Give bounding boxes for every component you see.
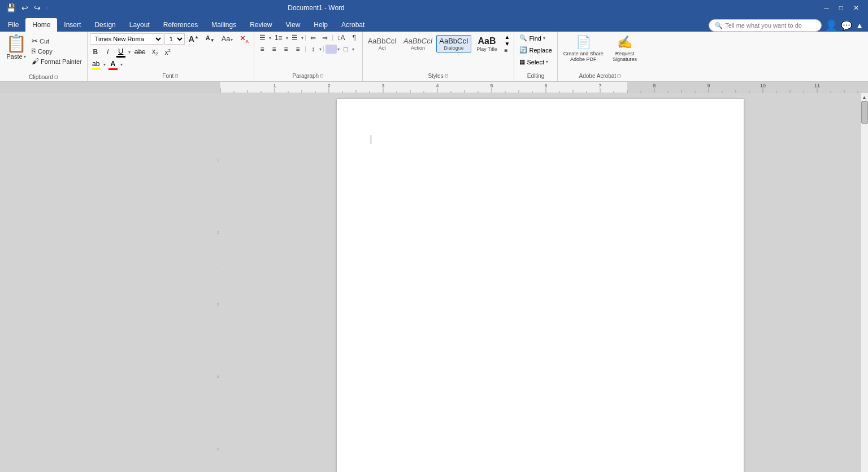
decrease-indent-button[interactable]: ⇐ bbox=[307, 33, 319, 43]
undo-button[interactable]: ↩ bbox=[20, 2, 30, 14]
select-dropdown[interactable]: ▾ bbox=[546, 59, 548, 64]
style-dialogue[interactable]: AaBbCcI Dialogue bbox=[436, 35, 471, 53]
shrink-font-button[interactable]: A▼ bbox=[203, 33, 218, 44]
style-act[interactable]: AaBbCcI Act bbox=[365, 35, 400, 53]
text-highlight-button[interactable]: ab bbox=[90, 59, 102, 71]
select-button[interactable]: ▦ Select ▾ bbox=[517, 56, 551, 67]
numbering-dropdown[interactable]: ▾ bbox=[286, 36, 288, 41]
styles-scroll[interactable]: ▲ ▼ ≡ bbox=[503, 33, 512, 55]
document-content[interactable] bbox=[371, 133, 710, 146]
comments-icon[interactable]: 💬 bbox=[841, 20, 852, 31]
align-left-button[interactable]: ≡ bbox=[257, 44, 268, 54]
bullets-button[interactable]: ☰ bbox=[257, 33, 268, 43]
increase-indent-button[interactable]: ⇒ bbox=[319, 33, 331, 43]
styles-scroll-up[interactable]: ▲ bbox=[505, 34, 510, 40]
ribbon-main-row: 📋 Paste ▾ ✂ Cut ⎘ Copy bbox=[0, 32, 868, 81]
font-size-select[interactable]: 12 bbox=[164, 33, 185, 45]
tab-file[interactable]: File bbox=[1, 18, 25, 32]
border-button[interactable]: □ bbox=[340, 44, 351, 54]
document-area[interactable] bbox=[220, 93, 860, 472]
highlight-dropdown[interactable]: ▾ bbox=[103, 62, 106, 67]
underline-button[interactable]: U bbox=[115, 46, 127, 58]
superscript-button[interactable]: x2 bbox=[162, 47, 173, 58]
create-share-pdf-button[interactable]: 📄 Create and ShareAdobe PDF bbox=[560, 33, 607, 64]
font-color-dropdown[interactable]: ▾ bbox=[120, 62, 123, 67]
ribbon-right-controls: 🔍 Tell me what you want to do 👤 💬 ▲ bbox=[709, 19, 868, 32]
tab-mailings[interactable]: Mailings bbox=[205, 18, 243, 32]
document-page[interactable] bbox=[337, 99, 744, 472]
share-icon[interactable]: 👤 bbox=[825, 19, 837, 32]
change-case-button[interactable]: Aa▾ bbox=[219, 33, 236, 44]
styles-expand-icon[interactable]: ⊡ bbox=[445, 73, 449, 78]
style-act-text: AaBbCcI bbox=[368, 37, 397, 45]
line-spacing-button[interactable]: ↕ bbox=[307, 44, 319, 54]
bullets-dropdown[interactable]: ▾ bbox=[269, 36, 271, 41]
quick-access-dropdown[interactable]: ▾ bbox=[45, 5, 50, 12]
acrobat-buttons: 📄 Create and ShareAdobe PDF ✍ RequestSig… bbox=[560, 33, 640, 64]
numbering-button[interactable]: 1≡ bbox=[272, 33, 285, 43]
clipboard-expand-icon[interactable]: ⊡ bbox=[54, 75, 58, 80]
save-button[interactable]: 💾 bbox=[5, 2, 18, 14]
scrollbar-thumb[interactable] bbox=[861, 101, 868, 124]
font-color-button[interactable]: A bbox=[107, 59, 119, 71]
format-painter-button[interactable]: 🖌 Format Painter bbox=[30, 56, 84, 66]
style-play-title[interactable]: AaB Play Title bbox=[472, 34, 502, 54]
tab-references[interactable]: References bbox=[157, 18, 205, 32]
paste-dropdown-arrow[interactable]: ▾ bbox=[24, 54, 26, 59]
line-spacing-dropdown[interactable]: ▾ bbox=[319, 47, 322, 52]
grow-font-button[interactable]: A▲ bbox=[186, 33, 202, 45]
align-center-button[interactable]: ≡ bbox=[268, 44, 280, 54]
font-expand-icon[interactable]: ⊡ bbox=[175, 73, 179, 78]
show-hide-button[interactable]: ¶ bbox=[349, 33, 360, 43]
acrobat-expand-icon[interactable]: ⊡ bbox=[617, 73, 621, 78]
redo-button[interactable]: ↪ bbox=[32, 2, 42, 14]
paste-button[interactable]: 📋 Paste ▾ bbox=[3, 34, 29, 61]
quick-access-toolbar[interactable]: 💾 ↩ ↪ ▾ bbox=[5, 2, 50, 14]
scroll-up-button[interactable]: ▲ bbox=[861, 93, 869, 101]
ribbon-collapse-icon[interactable]: ▲ bbox=[856, 21, 863, 30]
tab-home[interactable]: Home bbox=[25, 18, 57, 32]
close-button[interactable]: ✕ bbox=[849, 3, 863, 13]
tab-review[interactable]: Review bbox=[243, 18, 279, 32]
justify-button[interactable]: ≡ bbox=[292, 44, 303, 54]
font-family-select[interactable]: Times New Roma bbox=[90, 33, 163, 45]
border-dropdown[interactable]: ▾ bbox=[352, 47, 354, 52]
tab-help[interactable]: Help bbox=[307, 18, 335, 32]
multilevel-dropdown[interactable]: ▾ bbox=[301, 36, 303, 41]
shading-button[interactable] bbox=[326, 45, 337, 54]
shading-dropdown[interactable]: ▾ bbox=[337, 47, 340, 52]
bold-button[interactable]: B bbox=[90, 47, 101, 57]
restore-button[interactable]: □ bbox=[835, 3, 848, 13]
para-row1: ☰ ▾ 1≡ ▾ ☰ ▾ ⇐ ⇒ ↕A ¶ bbox=[257, 33, 360, 43]
subscript-button[interactable]: x2 bbox=[149, 46, 160, 58]
scrollbar-track[interactable] bbox=[861, 101, 869, 472]
tab-acrobat[interactable]: Acrobat bbox=[335, 18, 371, 32]
signatures-label: RequestSignatures bbox=[613, 51, 637, 62]
multilevel-button[interactable]: ☰ bbox=[289, 33, 301, 43]
replace-button[interactable]: 🔄 Replace bbox=[517, 45, 554, 55]
strikethrough-button[interactable]: abc bbox=[132, 47, 148, 57]
styles-scroll-down[interactable]: ▼ bbox=[505, 41, 510, 47]
find-dropdown[interactable]: ▾ bbox=[543, 36, 545, 41]
clear-formatting-button[interactable]: ✕A bbox=[237, 33, 251, 45]
styles-more[interactable]: ≡ bbox=[505, 47, 510, 54]
request-signatures-button[interactable]: ✍ RequestSignatures bbox=[609, 33, 640, 64]
cut-button[interactable]: ✂ Cut bbox=[30, 36, 84, 46]
minimize-button[interactable]: ─ bbox=[819, 3, 834, 13]
vertical-scrollbar[interactable]: ▲ ▼ bbox=[860, 93, 868, 472]
tell-me-search[interactable]: 🔍 Tell me what you want to do bbox=[709, 19, 822, 32]
tab-view[interactable]: View bbox=[279, 18, 307, 32]
sort-button[interactable]: ↕A bbox=[335, 33, 348, 43]
italic-button[interactable]: I bbox=[102, 47, 114, 57]
copy-button[interactable]: ⎘ Copy bbox=[30, 46, 84, 56]
style-action[interactable]: AaBbCcI Action bbox=[401, 35, 435, 53]
tab-layout[interactable]: Layout bbox=[123, 18, 157, 32]
underline-dropdown[interactable]: ▾ bbox=[128, 50, 131, 55]
font-row1: Times New Roma 12 A▲ A▼ Aa▾ ✕A bbox=[90, 33, 251, 45]
styles-group-label: Styles ⊡ bbox=[365, 73, 512, 80]
paragraph-expand-icon[interactable]: ⊡ bbox=[320, 73, 324, 78]
align-right-button[interactable]: ≡ bbox=[280, 44, 292, 54]
tab-insert[interactable]: Insert bbox=[57, 18, 88, 32]
find-button[interactable]: 🔍 Find ▾ bbox=[517, 33, 548, 43]
tab-design[interactable]: Design bbox=[88, 18, 122, 32]
